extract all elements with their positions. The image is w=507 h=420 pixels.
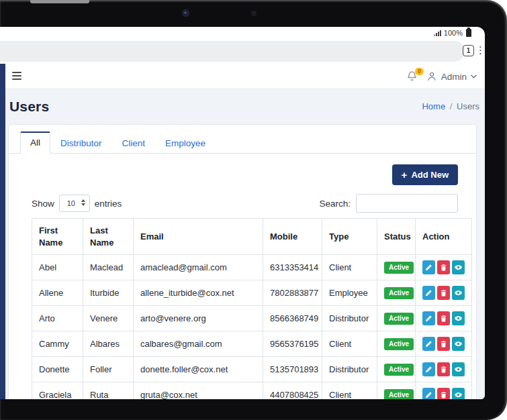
cell-action [416,331,472,357]
cell-last-name: Albares [83,331,134,357]
select-arrows-icon [81,199,85,206]
col-first-name: First Name [32,219,83,255]
breadcrumb-separator: / [450,101,453,111]
delete-button[interactable] [437,388,450,399]
signal-strength-icon [434,30,441,36]
app-navbar: 0 Admin [0,64,485,89]
cell-status: Active [377,306,416,331]
sidebar-collapsed-strip[interactable] [0,64,5,399]
edit-button[interactable] [422,311,435,325]
delete-button[interactable] [437,337,450,351]
pencil-icon [425,289,432,297]
col-type: Type [322,219,377,255]
cell-type: Distributor [322,306,377,331]
search-label: Search: [319,199,351,209]
edit-button[interactable] [422,337,435,351]
battery-percent-label: 100% [444,29,463,37]
tab-all[interactable]: All [20,132,50,154]
cell-email: calbares@gmail.com [134,331,263,357]
pencil-icon [425,264,432,271]
browser-menu-icon[interactable]: ⋮ [475,43,483,58]
page-title: Users [9,99,49,115]
cell-action [416,255,472,280]
eye-icon-button[interactable] [452,362,465,376]
trash-icon [440,315,447,323]
status-badge: Active [384,313,414,325]
status-badge: Active [384,364,414,376]
cell-action [416,382,472,399]
eye-icon [454,288,463,297]
edit-button[interactable] [422,260,435,274]
pencil-icon [425,340,432,348]
tab-distributor[interactable]: Distributor [50,133,112,154]
notification-count-badge: 0 [415,68,424,75]
cell-first-name: Abel [32,255,83,280]
eye-icon-button[interactable] [452,311,465,325]
admin-label: Admin [441,72,467,82]
add-new-label: Add New [411,170,449,180]
add-new-button[interactable]: + Add New [392,164,458,185]
cell-status: Active [377,255,416,280]
ambient-sensor-icon [251,11,257,16]
edit-button[interactable] [422,286,435,300]
tablet-top-button [30,0,89,3]
cell-action [416,357,472,382]
cell-email: gruta@cox.net [134,382,263,399]
pencil-icon [425,315,432,322]
eye-icon-button[interactable] [452,286,465,300]
trash-icon [440,391,447,399]
cell-status: Active [377,382,416,399]
breadcrumb-home-link[interactable]: Home [422,101,445,111]
eye-icon [454,390,463,399]
status-bar: 100% [434,29,471,37]
edit-button[interactable] [422,388,435,399]
delete-button[interactable] [437,311,450,325]
url-bar[interactable] [0,41,465,62]
eye-icon-button[interactable] [452,388,465,399]
cell-mobile: 7802883877 [263,280,322,306]
eye-icon-button[interactable] [452,260,465,274]
table-row: Cammy Albares calbares@gmail.com 9565376… [32,331,472,357]
notifications-button[interactable]: 0 [406,70,418,83]
table-body: Abel Maclead amaclead@gmail.com 63133534… [32,255,472,399]
cell-status: Active [377,280,416,306]
delete-button[interactable] [437,362,450,376]
tab-client[interactable]: Client [112,133,156,154]
delete-button[interactable] [437,260,450,274]
cell-last-name: Foller [83,357,134,382]
cell-type: Distributor [322,357,377,382]
page-size-select[interactable]: 10 [59,195,90,212]
cell-last-name: Iturbide [83,280,134,306]
tab-counter-button[interactable]: 1 [463,45,474,56]
trash-icon [440,289,447,297]
trash-icon [440,366,447,374]
cell-mobile: 5135701893 [263,357,322,382]
cell-email: amaclead@gmail.com [134,255,263,280]
page-content: Users Home / Users All Distributor Clien… [5,89,485,399]
trash-icon [440,340,447,348]
tablet-screen: 100% 1 ⋮ 0 [0,27,485,399]
admin-menu-button[interactable]: Admin [426,71,477,82]
delete-button[interactable] [437,286,450,300]
trash-icon [440,264,447,272]
cell-type: Client [322,331,377,357]
cell-mobile: 8566368749 [263,306,322,331]
cell-mobile: 9565376195 [263,331,322,357]
entries-label: entries [95,199,122,209]
edit-button[interactable] [422,362,435,376]
search-input[interactable] [356,194,458,213]
cell-status: Active [377,331,416,357]
table-header-row: First Name Last Name Email Mobile Type S… [32,219,472,255]
chevron-down-icon [471,74,477,78]
cell-email: allene_iturbide@cox.net [134,280,263,306]
col-status: Status [377,219,416,255]
tab-employee[interactable]: Employee [155,133,216,154]
eye-icon-button[interactable] [452,337,465,351]
col-mobile: Mobile [263,219,322,255]
cell-mobile: 6313353414 [263,255,322,280]
cell-email: donette.foller@cox.net [134,357,263,382]
cell-first-name: Arto [32,306,83,331]
menu-toggle-icon[interactable] [12,72,21,80]
cell-status: Active [377,357,416,382]
cell-mobile: 4407808425 [263,382,322,399]
